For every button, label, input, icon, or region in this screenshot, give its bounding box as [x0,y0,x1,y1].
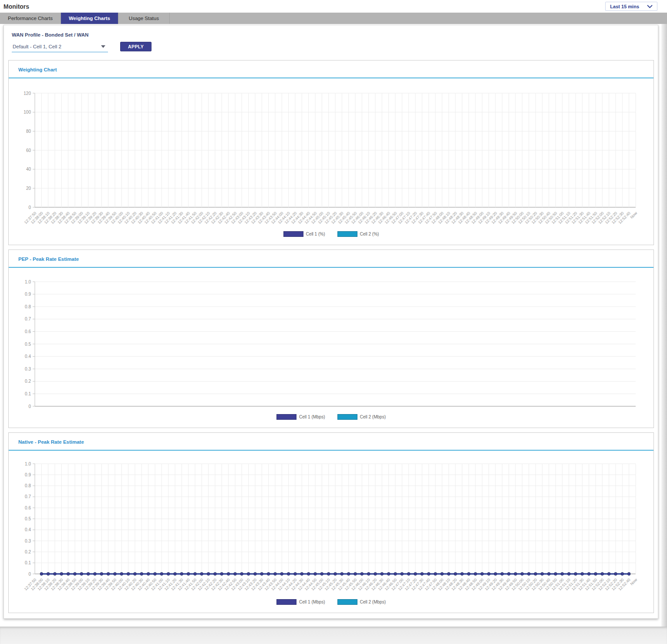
tab-usage-status[interactable]: Usage Status [118,13,170,24]
tab-performance-charts[interactable]: Performance Charts [0,13,61,24]
legend-item-cell-1-mbps-[interactable]: Cell 1 (Mbps) [276,414,325,420]
legend-swatch-icon [337,231,357,237]
svg-text:20: 20 [26,186,31,191]
tab-weighting-charts[interactable]: Weighting Charts [61,13,118,24]
svg-text:0.9: 0.9 [25,472,31,477]
legend-item-cell-2-mbps-[interactable]: Cell 2 (Mbps) [337,599,386,605]
svg-text:0.4: 0.4 [25,527,31,532]
weighting-chart-canvas: 02040608010012012:37:5012:38:0012:38:101… [9,80,654,230]
svg-text:40: 40 [26,167,31,172]
pep-peak-rate-body: 00.10.20.30.40.50.60.70.80.91.0 Cell 1 (… [9,268,654,428]
weighting-chart-panel-header: Weighting Chart [9,61,654,78]
legend-swatch-icon [276,599,296,605]
tab-bar: Performance Charts Weighting Charts Usag… [0,13,667,24]
legend-label: Cell 2 (%) [360,232,379,236]
pep-peak-rate-legend: Cell 1 (Mbps)Cell 2 (Mbps) [9,413,654,423]
legend-swatch-icon [337,414,357,420]
svg-text:0.2: 0.2 [25,379,31,384]
svg-text:1.0: 1.0 [25,280,31,284]
right-scroll-strip[interactable] [661,24,667,644]
page-bottom-area [0,627,667,644]
svg-text:1.0: 1.0 [25,462,31,466]
svg-text:0.1: 0.1 [25,391,31,396]
svg-text:0.8: 0.8 [25,304,31,309]
legend-label: Cell 1 (Mbps) [299,600,325,604]
page-title: Monitors [3,3,29,10]
legend-swatch-icon [337,599,357,605]
svg-text:60: 60 [26,148,31,153]
legend-item-cell-1-mbps-[interactable]: Cell 1 (Mbps) [276,599,325,605]
native-peak-rate-legend: Cell 1 (Mbps)Cell 2 (Mbps) [9,598,654,608]
svg-text:0.9: 0.9 [25,292,31,297]
legend-label: Cell 2 (Mbps) [360,600,386,604]
page-header: Monitors Last 15 mins [0,0,667,13]
legend-label: Cell 2 (Mbps) [360,415,386,419]
svg-text:0: 0 [28,404,31,409]
svg-text:0.6: 0.6 [25,329,31,334]
svg-text:0.4: 0.4 [25,354,31,359]
svg-text:0.8: 0.8 [25,483,31,488]
time-range-value: Last 15 mins [610,4,639,9]
native-peak-rate-chart: 00.10.20.30.40.50.60.70.80.91.012:37:501… [9,452,654,598]
wan-profile-label: WAN Profile - Bonded Set / WAN [12,32,654,37]
svg-text:0.5: 0.5 [25,516,31,521]
pep-peak-rate-panel: PEP - Peak Rate Estimate 00.10.20.30.40.… [8,250,654,428]
time-range-select[interactable]: Last 15 mins [605,2,657,11]
apply-button[interactable]: APPLY [120,42,152,51]
legend-item-cell-1-[interactable]: Cell 1 (%) [283,231,325,237]
svg-text:80: 80 [26,129,31,134]
wan-profile-row: Default - Cell 1, Cell 2 APPLY [12,42,654,52]
content-card: WAN Profile - Bonded Set / WAN Default -… [3,25,658,619]
svg-text:0.3: 0.3 [25,367,31,371]
wan-profile-selected-value: Default - Cell 1, Cell 2 [13,44,61,49]
svg-text:Now: Now [630,577,638,586]
weighting-chart: 02040608010012012:37:5012:38:0012:38:101… [9,80,654,230]
svg-text:0: 0 [28,205,31,210]
svg-text:0.3: 0.3 [25,539,31,543]
native-peak-rate-panel: Native - Peak Rate Estimate 00.10.20.30.… [8,432,654,613]
svg-text:0.7: 0.7 [25,317,31,321]
weighting-chart-title: Weighting Chart [18,67,57,72]
legend-swatch-icon [276,414,296,420]
svg-text:0: 0 [28,572,31,577]
native-peak-rate-body: 00.10.20.30.40.50.60.70.80.91.012:37:501… [9,451,654,613]
legend-swatch-icon [283,231,303,237]
pep-peak-rate-title: PEP - Peak Rate Estimate [18,256,79,262]
svg-text:0.6: 0.6 [25,506,31,510]
chevron-down-icon [647,5,653,8]
svg-text:0.2: 0.2 [25,550,31,554]
svg-text:0.1: 0.1 [25,560,31,565]
native-chart-canvas: 00.10.20.30.40.50.60.70.80.91.012:37:501… [9,452,654,598]
weighting-chart-legend: Cell 1 (%)Cell 2 (%) [9,230,654,240]
legend-label: Cell 1 (Mbps) [299,415,325,419]
weighting-chart-body: 02040608010012012:37:5012:38:0012:38:101… [9,78,654,245]
native-peak-rate-title: Native - Peak Rate Estimate [18,439,84,445]
pep-peak-rate-panel-header: PEP - Peak Rate Estimate [9,250,654,268]
legend-label: Cell 1 (%) [306,232,325,236]
svg-text:120: 120 [24,91,31,96]
dropdown-arrow-icon [101,45,105,48]
native-peak-rate-panel-header: Native - Peak Rate Estimate [9,433,654,451]
wan-profile-select[interactable]: Default - Cell 1, Cell 2 [12,43,108,52]
svg-text:Now: Now [630,211,638,219]
weighting-chart-panel: Weighting Chart 02040608010012012:37:501… [8,60,654,245]
svg-text:0.7: 0.7 [25,494,31,499]
pep-chart-canvas: 00.10.20.30.40.50.60.70.80.91.0 [9,270,654,413]
legend-item-cell-2-mbps-[interactable]: Cell 2 (Mbps) [337,414,386,420]
pep-peak-rate-chart: 00.10.20.30.40.50.60.70.80.91.0 [9,270,654,413]
svg-text:0.5: 0.5 [25,342,31,347]
legend-item-cell-2-[interactable]: Cell 2 (%) [337,231,379,237]
svg-text:100: 100 [24,110,31,115]
